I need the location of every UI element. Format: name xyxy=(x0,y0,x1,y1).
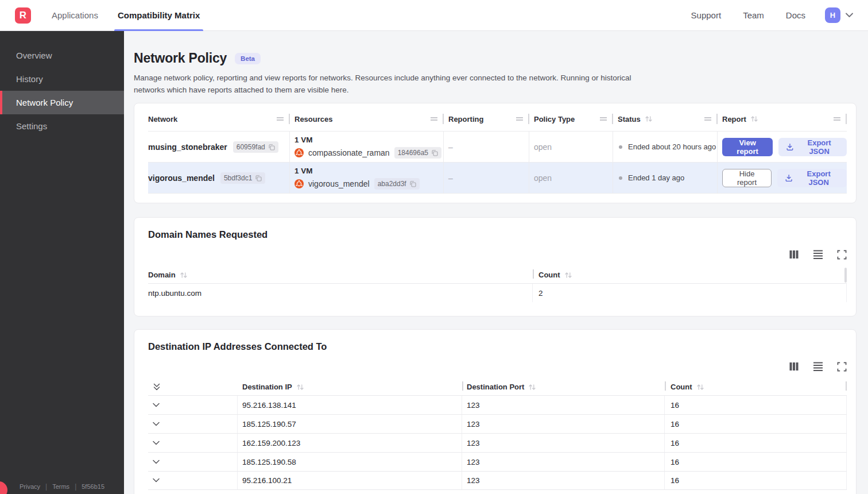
column-header-report[interactable]: Report xyxy=(718,109,847,129)
column-label: Count xyxy=(671,383,692,391)
footer-divider: | xyxy=(45,483,47,491)
chevron-down-icon[interactable] xyxy=(153,460,160,465)
reporting-cell: – xyxy=(444,132,529,162)
sidebar: Overview History Network Policy Settings… xyxy=(0,31,124,494)
column-label: Count xyxy=(538,271,560,279)
tab-applications[interactable]: Applications xyxy=(52,0,98,31)
sort-icon[interactable] xyxy=(750,115,758,122)
chevron-down-icon[interactable] xyxy=(153,403,160,408)
status-dot xyxy=(619,176,622,180)
column-label: Reporting xyxy=(448,115,483,124)
row-density-icon[interactable] xyxy=(813,249,823,260)
beta-badge: Beta xyxy=(235,53,261,64)
resource-name: vigorous_mendel xyxy=(308,179,370,188)
column-header-count[interactable]: Count xyxy=(533,267,847,283)
link-team[interactable]: Team xyxy=(743,10,764,20)
export-json-button[interactable]: Export JSON xyxy=(778,138,847,156)
count-value: 16 xyxy=(671,420,679,429)
column-label: Destination IP xyxy=(242,383,292,391)
destination-row: 95.216.138.141 123 16 xyxy=(148,395,847,414)
tab-compatibility-matrix[interactable]: Compatibility Matrix xyxy=(118,0,200,31)
sort-icon[interactable] xyxy=(296,384,304,391)
domain-value: ntp.ubuntu.com xyxy=(148,289,202,298)
count-value: 16 xyxy=(671,401,679,410)
sort-icon[interactable] xyxy=(696,384,704,391)
fullscreen-icon[interactable] xyxy=(837,250,847,260)
export-json-label: Export JSON xyxy=(799,138,839,156)
expand-all-header[interactable] xyxy=(148,379,238,395)
column-header-domain[interactable]: Domain xyxy=(148,267,533,283)
expand-cell xyxy=(148,396,238,414)
column-header-destination-port[interactable]: Destination Port xyxy=(462,379,665,395)
column-drag-icon[interactable] xyxy=(430,117,438,121)
column-header-policy-type[interactable]: Policy Type xyxy=(529,109,613,129)
resources-cell: 1 VM compassionate_raman 184696a5 xyxy=(290,132,444,162)
link-support[interactable]: Support xyxy=(691,10,722,20)
ip-value: 95.216.100.21 xyxy=(242,476,292,485)
export-json-button[interactable]: Export JSON xyxy=(777,169,847,187)
sidebar-item-overview[interactable]: Overview xyxy=(0,44,124,67)
sidebar-item-network-policy[interactable]: Network Policy xyxy=(0,91,124,114)
page-description: Manage network policy, reporting and vie… xyxy=(134,72,639,96)
column-header-count[interactable]: Count xyxy=(665,379,847,395)
column-header-resources[interactable]: Resources xyxy=(290,109,444,129)
copy-icon[interactable] xyxy=(409,180,416,187)
network-row-musing-stonebraker[interactable]: musing_stonebraker 60959fad 1 VM compass… xyxy=(148,131,847,162)
network-row-vigorous-mendel[interactable]: vigorous_mendel 5bdf3dc1 1 VM vigorous_m… xyxy=(148,162,847,193)
reporting-value: – xyxy=(448,173,453,183)
resource-name: compassionate_raman xyxy=(308,148,390,157)
chevron-down-icon[interactable] xyxy=(153,422,160,427)
hide-report-button[interactable]: Hide report xyxy=(722,169,772,187)
count-value: 16 xyxy=(671,439,679,447)
network-table-body: musing_stonebraker 60959fad 1 VM compass… xyxy=(148,131,847,194)
app-logo[interactable]: R xyxy=(15,7,31,24)
domain-table: Domain Count ntp.ubuntu.com 2 xyxy=(148,267,847,302)
column-drag-icon[interactable] xyxy=(599,117,607,121)
count-cell: 16 xyxy=(665,415,847,433)
status-text: Ended about 20 hours ago xyxy=(628,142,716,151)
columns-icon[interactable] xyxy=(789,249,799,260)
view-report-button[interactable]: View report xyxy=(722,138,773,156)
network-id: 60959fad xyxy=(237,143,265,151)
sidebar-item-settings[interactable]: Settings xyxy=(0,114,124,138)
sidebar-item-history[interactable]: History xyxy=(0,67,124,91)
status-cell: Ended 1 day ago xyxy=(613,163,718,193)
copy-icon[interactable] xyxy=(431,149,438,156)
link-docs[interactable]: Docs xyxy=(786,10,805,20)
terms-link[interactable]: Terms xyxy=(52,483,69,490)
column-header-status[interactable]: Status xyxy=(613,109,718,129)
ip-cell: 95.216.100.21 xyxy=(238,472,462,489)
privacy-link[interactable]: Privacy xyxy=(20,483,40,490)
chevron-down-icon[interactable] xyxy=(846,13,853,18)
copy-icon[interactable] xyxy=(268,144,275,150)
column-drag-icon[interactable] xyxy=(833,117,841,121)
copy-icon[interactable] xyxy=(255,175,262,182)
row-density-icon[interactable] xyxy=(813,361,823,372)
fullscreen-icon[interactable] xyxy=(837,362,847,372)
ip-value: 185.125.190.58 xyxy=(242,458,296,466)
ip-value: 95.216.138.141 xyxy=(242,401,296,410)
resource-count: 1 VM xyxy=(294,136,313,144)
chevron-down-icon[interactable] xyxy=(153,478,160,483)
sort-icon[interactable] xyxy=(180,272,188,279)
destination-table-header: Destination IP Destination Port Count xyxy=(148,379,847,395)
sort-icon[interactable] xyxy=(528,384,536,391)
expand-all-icon[interactable] xyxy=(153,383,161,391)
download-icon xyxy=(785,173,793,183)
expand-cell xyxy=(148,415,238,433)
column-header-reporting[interactable]: Reporting xyxy=(444,109,529,129)
sort-icon[interactable] xyxy=(564,272,572,279)
primary-nav: Applications Compatibility Matrix xyxy=(52,0,200,31)
sort-icon[interactable] xyxy=(645,115,653,122)
column-drag-icon[interactable] xyxy=(704,117,712,121)
column-header-destination-ip[interactable]: Destination IP xyxy=(238,379,462,395)
status-text: Ended 1 day ago xyxy=(628,173,684,182)
table-scrollbar[interactable] xyxy=(844,268,847,283)
column-label: Status xyxy=(618,115,641,124)
chevron-down-icon[interactable] xyxy=(153,441,160,446)
column-drag-icon[interactable] xyxy=(516,117,524,121)
columns-icon[interactable] xyxy=(789,361,799,372)
avatar[interactable]: H xyxy=(825,7,840,23)
column-header-network[interactable]: Network xyxy=(148,109,290,129)
column-drag-icon[interactable] xyxy=(276,117,284,121)
